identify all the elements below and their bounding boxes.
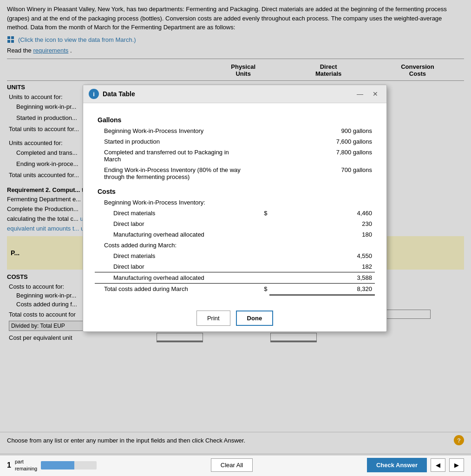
- bwip-row-2: Manufacturing overhead allocated 180: [95, 229, 375, 240]
- prev-button[interactable]: ◀: [431, 458, 445, 472]
- modal-body: Gallons Beginning Work-in-Process Invent…: [83, 103, 386, 305]
- gallons-heading: Gallons: [95, 112, 375, 126]
- costs-added-label-row: Costs added during March:: [95, 240, 375, 251]
- modal-minimize-button[interactable]: —: [354, 89, 366, 99]
- modal-footer: Print Done: [83, 305, 386, 331]
- check-answer-button[interactable]: Check Answer: [367, 458, 427, 472]
- footer-action-bar: 1 partremaining Clear All Check Answer ◀…: [0, 454, 471, 476]
- bwip-row-0: Direct materials $ 4,460: [95, 208, 375, 218]
- gallons-row-2: Completed and transferred out to Packagi…: [95, 147, 375, 165]
- gallons-row-0: Beginning Work-in-Process Inventory 900 …: [95, 126, 375, 136]
- gallons-heading-row: Gallons: [95, 112, 375, 126]
- gallons-row-3: Ending Work-in-Process Inventory (80% of…: [95, 165, 375, 182]
- modal-info-icon: i: [89, 89, 99, 99]
- modal-header: i Data Table — ✕: [83, 85, 386, 103]
- modal-controls: — ✕: [354, 89, 381, 99]
- next-button[interactable]: ▶: [449, 458, 464, 472]
- data-table-modal: i Data Table — ✕ Gallons Beginning Work-…: [83, 85, 387, 332]
- part-number: 1: [7, 461, 11, 469]
- costs-added-row-0: Direct materials 4,550: [95, 251, 375, 261]
- print-button[interactable]: Print: [196, 311, 230, 326]
- bwip-label-row: Beginning Work-in-Process Inventory:: [95, 197, 375, 208]
- part-info: 1 partremaining: [7, 458, 97, 472]
- modal-title: Data Table: [103, 90, 350, 98]
- costs-added-row-2: Manufacturing overhead allocated 3,588: [95, 272, 375, 284]
- clear-all-button[interactable]: Clear All: [211, 458, 253, 472]
- modal-data-table: Gallons Beginning Work-in-Process Invent…: [95, 112, 375, 296]
- done-button[interactable]: Done: [236, 311, 274, 326]
- progress-bar: [41, 461, 97, 469]
- costs-added-row-1: Direct labor 182: [95, 261, 375, 272]
- costs-heading-row: Costs: [95, 182, 375, 197]
- gallons-row-1: Started in production 7,600 gallons: [95, 136, 375, 147]
- remaining-text: partremaining: [15, 458, 37, 472]
- bwip-row-1: Direct labor 230: [95, 218, 375, 229]
- footer-right: Check Answer ◀ ▶: [367, 458, 464, 472]
- costs-heading: Costs: [95, 182, 375, 197]
- footer-center: Clear All: [104, 458, 360, 472]
- total-costs-row: Total costs added during March $ 8,320: [95, 284, 375, 295]
- modal-close-button[interactable]: ✕: [370, 89, 381, 99]
- progress-fill: [41, 461, 74, 469]
